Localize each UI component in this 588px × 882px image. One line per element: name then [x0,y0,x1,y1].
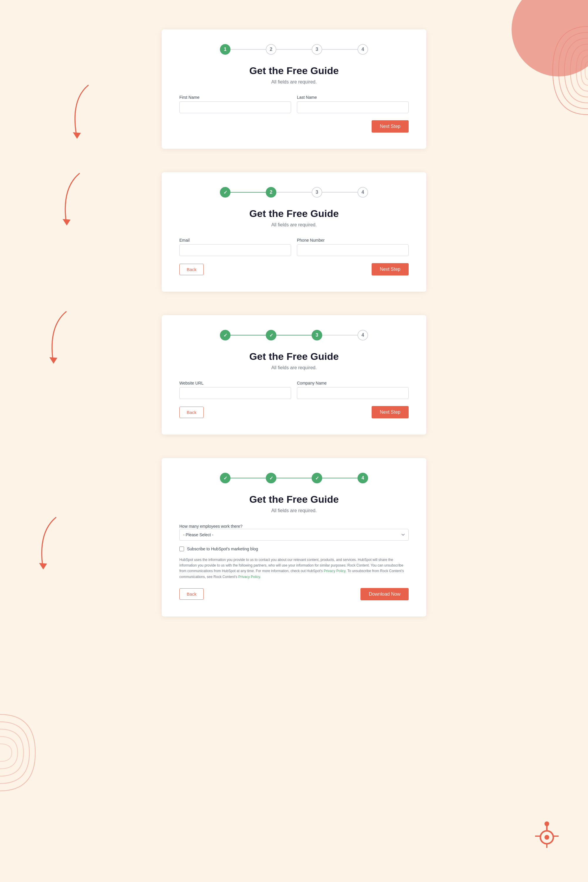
step3-dot-3: 3 [312,330,322,340]
form-group-email: Email [179,238,291,256]
step-dot-4-label: 4 [362,47,364,52]
step4-line-1-2 [231,478,266,478]
label-email: Email [179,238,291,243]
page-wrapper: 1 2 3 4 Get the Free Guide All fields ar… [0,0,588,882]
download-button[interactable]: Download Now [360,588,409,600]
step-dot-2-label: 2 [270,47,273,52]
form-actions-1: Next Step [179,120,409,133]
step3-dot-2-label: ✓ [269,333,273,338]
step2-dot-2: 2 [266,187,276,198]
form-title-3: Get the Free Guide [179,351,409,362]
step4-dot-3: ✓ [312,473,322,483]
label-company: Company Name [297,381,409,386]
step2-line-1-2 [231,192,266,193]
next-button-3[interactable]: Next Step [372,406,409,418]
input-company[interactable] [297,387,409,399]
next-button-1[interactable]: Next Step [372,120,409,133]
checkbox-subscribe[interactable] [179,546,184,551]
form-subtitle-1: All fields are required. [179,80,409,85]
svg-point-6 [544,835,549,840]
form-row-1: First Name Last Name [179,95,409,113]
step4-dot-3-label: ✓ [315,476,319,481]
step-dot-2: 2 [266,44,276,55]
label-phone: Phone Number [297,238,409,243]
svg-marker-9 [50,357,57,364]
checkbox-group-subscribe: Subscribe to HubSpot's marketing blog [179,546,409,551]
svg-marker-10 [39,563,47,570]
step-indicator-4: ✓ ✓ ✓ 4 [179,473,409,483]
step-dot-3: 3 [312,44,322,55]
step2-dot-3: 3 [312,187,322,198]
step-line-3-4 [322,49,357,50]
hubspot-logo [529,816,564,853]
form-subtitle-3: All fields are required. [179,365,409,370]
deco-arches-left-bottom [0,706,64,853]
step3-line-1-2 [231,335,266,336]
form-group-website: Website URL [179,381,291,399]
form-group-employees: How many employees work there? - Please … [179,524,409,541]
arrow-4 [38,514,68,574]
form-actions-4: Back Download Now [179,588,409,600]
form-group-lastname: Last Name [297,95,409,113]
deco-arches-right [524,18,588,194]
privacy-text-3: . [260,575,261,579]
input-firstname[interactable] [179,101,291,113]
privacy-link-2[interactable]: Privacy Policy [238,575,260,579]
step2-dot-4: 4 [357,187,368,198]
step4-dot-4-label: 4 [362,476,364,481]
back-button-3[interactable]: Back [179,406,204,418]
input-email[interactable] [179,244,291,256]
form-group-company: Company Name [297,381,409,399]
step3-dot-4-label: 4 [362,333,364,338]
step2-dot-1: ✓ [220,187,231,198]
step2-line-3-4 [322,192,357,193]
step-dot-3-label: 3 [316,47,318,52]
input-phone[interactable] [297,244,409,256]
privacy-link-1[interactable]: Privacy Policy [324,569,345,573]
step3-line-2-3 [276,335,312,336]
form-row-3: Website URL Company Name [179,381,409,399]
select-employees[interactable]: - Please Select - 1-10 11-50 51-200 201-… [179,529,409,541]
step3-dot-1: ✓ [220,330,231,340]
label-lastname: Last Name [297,95,409,100]
step2-dot-4-label: 4 [362,190,364,195]
back-button-2[interactable]: Back [179,264,204,275]
svg-point-2 [544,821,549,826]
back-button-4[interactable]: Back [179,588,204,600]
step-indicator-1: 1 2 3 4 [179,44,409,55]
form-actions-2: Back Next Step [179,263,409,276]
input-lastname[interactable] [297,101,409,113]
svg-marker-8 [63,219,70,225]
step4-dot-2: ✓ [266,473,276,483]
step-dot-1-label: 1 [224,47,226,52]
form-actions-3: Back Next Step [179,406,409,418]
step3-dot-4: 4 [357,330,368,340]
step-indicator-3: ✓ ✓ 3 4 [179,330,409,340]
step3-line-3-4 [322,335,357,336]
privacy-text: HubSpot uses the information you provide… [179,557,409,580]
step4-line-3-4 [322,478,357,478]
step-line-1-2 [231,49,266,50]
form-title-4: Get the Free Guide [179,494,409,505]
next-button-2[interactable]: Next Step [372,263,409,276]
step2-dot-1-label: ✓ [224,190,227,195]
step3-dot-1-label: ✓ [224,333,227,338]
form-card-step1: 1 2 3 4 Get the Free Guide All fields ar… [162,29,426,149]
step-indicator-2: ✓ 2 3 4 [179,187,409,198]
label-subscribe: Subscribe to HubSpot's marketing blog [187,546,258,551]
step4-line-2-3 [276,478,312,478]
form-subtitle-2: All fields are required. [179,222,409,228]
step-dot-4: 4 [357,44,368,55]
step4-dot-1-label: ✓ [224,476,227,481]
step-dot-1: 1 [220,44,231,55]
step-line-2-3 [276,49,312,50]
step2-dot-2-label: 2 [270,190,273,195]
input-website[interactable] [179,387,291,399]
form-group-phone: Phone Number [297,238,409,256]
label-employees: How many employees work there? [179,524,243,529]
form-title-2: Get the Free Guide [179,208,409,219]
step4-dot-4: 4 [357,473,368,483]
arrow-2 [59,171,88,231]
arrow-3 [47,309,76,369]
form-card-step3: ✓ ✓ 3 4 Get the Free Guide All fields ar… [162,315,426,435]
